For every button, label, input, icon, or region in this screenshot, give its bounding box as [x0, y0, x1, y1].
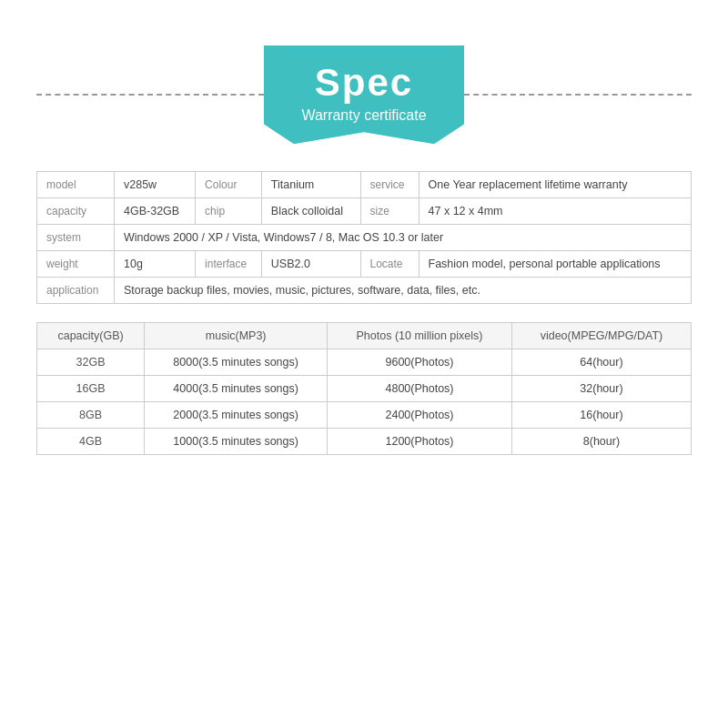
spec-title: Spec — [300, 62, 428, 104]
cell-32gb-photos: 9600(Photos) — [328, 349, 512, 376]
value-model: v285w — [115, 172, 196, 198]
cell-16gb-video: 32(hour) — [511, 376, 691, 402]
label-locate: Locate — [360, 251, 419, 278]
value-colour: Titanium — [261, 172, 360, 198]
col-header-video: video(MPEG/MPG/DAT) — [511, 323, 691, 349]
header-section: Spec Warranty certificate — [36, 46, 692, 144]
table-row: system Windows 2000 / XP / Vista, Window… — [37, 225, 692, 251]
value-service: One Year replacement lifetime warranty — [419, 172, 691, 198]
value-size: 47 x 12 x 4mm — [419, 198, 691, 225]
spec-subtitle: Warranty certificate — [300, 107, 428, 124]
cell-16gb-photos: 4800(Photos) — [328, 376, 512, 402]
value-weight: 10g — [115, 251, 196, 278]
cell-32gb-music: 8000(3.5 minutes songs) — [145, 349, 328, 376]
value-capacity: 4GB-32GB — [115, 198, 196, 225]
dashed-line-right — [464, 94, 692, 96]
cell-32gb: 32GB — [37, 349, 145, 376]
col-header-photos: Photos (10 million pixels) — [328, 323, 512, 349]
cell-32gb-video: 64(hour) — [511, 349, 691, 376]
label-colour: Colour — [196, 172, 262, 198]
col-header-music: music(MP3) — [145, 323, 328, 349]
cell-8gb-photos: 2400(Photos) — [328, 402, 512, 429]
dashed-line-left — [36, 94, 264, 96]
page-wrapper: Spec Warranty certificate model v285w Co… — [0, 0, 728, 728]
table-row: capacity 4GB-32GB chip Black colloidal s… — [37, 198, 692, 225]
cell-16gb: 16GB — [37, 376, 145, 402]
cell-4gb-photos: 1200(Photos) — [328, 429, 512, 455]
value-system: Windows 2000 / XP / Vista, Windows7 / 8,… — [115, 225, 692, 251]
label-service: service — [360, 172, 419, 198]
cell-8gb-video: 16(hour) — [511, 402, 691, 429]
label-application: application — [37, 278, 115, 304]
value-locate: Fashion model, personal portable applica… — [419, 251, 691, 278]
label-size: size — [360, 198, 419, 225]
label-weight: weight — [37, 251, 115, 278]
table-row: 16GB 4000(3.5 minutes songs) 4800(Photos… — [37, 376, 692, 402]
capacity-table-header: capacity(GB) music(MP3) Photos (10 milli… — [37, 323, 692, 349]
label-capacity: capacity — [37, 198, 115, 225]
spec-table: model v285w Colour Titanium service One … — [36, 171, 692, 304]
table-row: application Storage backup files, movies… — [37, 278, 692, 304]
label-model: model — [37, 172, 115, 198]
table-row: 32GB 8000(3.5 minutes songs) 9600(Photos… — [37, 349, 692, 376]
table-row: weight 10g interface USB2.0 Locate Fashi… — [37, 251, 692, 278]
label-system: system — [37, 225, 115, 251]
label-chip: chip — [196, 198, 262, 225]
cell-8gb-music: 2000(3.5 minutes songs) — [145, 402, 328, 429]
value-interface: USB2.0 — [261, 251, 360, 278]
spec-badge: Spec Warranty certificate — [264, 46, 464, 144]
cell-4gb-video: 8(hour) — [511, 429, 691, 455]
col-header-capacity: capacity(GB) — [37, 323, 145, 349]
cell-8gb: 8GB — [37, 402, 145, 429]
table-row: model v285w Colour Titanium service One … — [37, 172, 692, 198]
cell-4gb-music: 1000(3.5 minutes songs) — [145, 429, 328, 455]
value-chip: Black colloidal — [261, 198, 360, 225]
label-interface: interface — [196, 251, 262, 278]
capacity-table-section: capacity(GB) music(MP3) Photos (10 milli… — [36, 322, 692, 455]
value-application: Storage backup files, movies, music, pic… — [115, 278, 692, 304]
table-row: 8GB 2000(3.5 minutes songs) 2400(Photos)… — [37, 402, 692, 429]
capacity-table: capacity(GB) music(MP3) Photos (10 milli… — [36, 322, 692, 455]
cell-16gb-music: 4000(3.5 minutes songs) — [145, 376, 328, 402]
cell-4gb: 4GB — [37, 429, 145, 455]
spec-table-section: model v285w Colour Titanium service One … — [36, 171, 692, 304]
table-row: 4GB 1000(3.5 minutes songs) 1200(Photos)… — [37, 429, 692, 455]
